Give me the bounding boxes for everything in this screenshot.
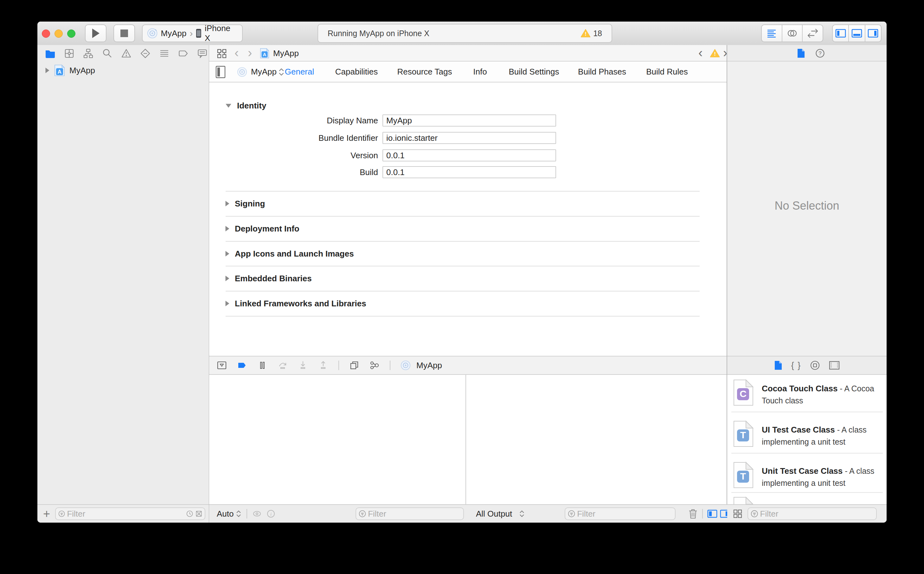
warning-icon[interactable]: ! [580, 29, 591, 38]
view-debugger-icon[interactable] [349, 360, 359, 371]
zoom-window-button[interactable] [67, 30, 75, 38]
debug-breadcrumb[interactable]: MyApp [416, 361, 442, 371]
issue-navigator-icon[interactable] [121, 48, 132, 59]
app-icons-section-header[interactable]: App Icons and Launch Images [225, 248, 354, 259]
info-icon[interactable]: i [266, 509, 276, 519]
library-filter-field[interactable] [748, 508, 877, 520]
add-button[interactable]: + [43, 508, 50, 520]
svg-text:T: T [740, 471, 746, 481]
bundle-identifier-field[interactable] [382, 132, 556, 144]
library-item-unit-test-case-class[interactable]: Unit Test Case Class - A class implement… [762, 465, 882, 490]
source-control-status-icon[interactable] [195, 509, 202, 518]
console-filter-input[interactable] [575, 509, 673, 519]
variables-filter-input[interactable] [366, 509, 461, 519]
source-control-navigator-icon[interactable] [64, 48, 74, 59]
scheme-selector[interactable]: MyApp › iPhone X [142, 24, 243, 42]
breakpoint-navigator-icon[interactable] [178, 48, 189, 59]
linked-frameworks-section-header[interactable]: Linked Frameworks and Libraries [225, 298, 366, 309]
code-snippet-library-icon[interactable]: { } [791, 361, 801, 371]
disclosure-triangle[interactable] [226, 251, 229, 257]
minimize-window-button[interactable] [55, 30, 63, 38]
debug-navigator-icon[interactable] [159, 48, 170, 59]
tab-build-rules[interactable]: Build Rules [646, 62, 688, 82]
recent-files-clock-icon[interactable] [186, 509, 193, 518]
variables-filter-field[interactable] [355, 508, 464, 520]
display-name-field[interactable] [382, 115, 556, 126]
deployment-info-section-header[interactable]: Deployment Info [225, 223, 299, 234]
symbol-navigator-icon[interactable] [83, 48, 93, 59]
project-navigator-icon[interactable] [45, 48, 55, 59]
jumpbar-back-button[interactable]: ‹ [234, 45, 239, 62]
variables-scope-stepper-icon[interactable] [236, 510, 242, 517]
hide-debug-area-icon[interactable] [217, 360, 227, 371]
disclosure-triangle[interactable] [226, 276, 229, 281]
console-scope-selector[interactable]: All Output [476, 509, 512, 519]
standard-editor-button[interactable] [762, 25, 783, 41]
show-values-eye-icon[interactable] [252, 509, 262, 519]
variables-console-divider[interactable] [465, 375, 466, 504]
tab-general[interactable]: General [285, 62, 314, 82]
build-field[interactable] [382, 166, 556, 178]
step-out-icon[interactable] [318, 360, 328, 371]
memory-graph-icon[interactable] [369, 360, 380, 371]
breakpoints-toggle-icon[interactable] [237, 360, 247, 371]
tab-resource-tags[interactable]: Resource Tags [398, 62, 452, 82]
test-navigator-icon[interactable] [140, 48, 151, 59]
close-window-button[interactable] [42, 30, 50, 38]
tab-build-settings[interactable]: Build Settings [509, 62, 559, 82]
related-items-icon[interactable] [217, 49, 227, 59]
disclosure-triangle[interactable] [46, 68, 49, 73]
console-filter-field[interactable] [565, 508, 676, 520]
disclosure-triangle-open[interactable] [226, 104, 231, 107]
target-selector-stepper-icon[interactable] [278, 68, 284, 76]
version-field[interactable] [382, 149, 556, 161]
grid-view-toggle-icon[interactable] [733, 509, 742, 519]
step-into-icon[interactable] [298, 360, 308, 371]
assistant-editor-button[interactable] [783, 25, 803, 41]
stop-button[interactable] [113, 24, 135, 42]
file-template-library-icon[interactable] [774, 360, 783, 371]
toggle-navigator-button[interactable] [833, 25, 849, 41]
object-library-icon[interactable] [810, 360, 820, 371]
disclosure-triangle[interactable] [226, 301, 229, 306]
step-over-icon[interactable] [278, 360, 288, 371]
toggle-variables-view-icon[interactable] [707, 509, 717, 519]
quick-help-inspector-icon[interactable]: ? [815, 49, 825, 58]
jumpbar-forward-button[interactable]: › [248, 45, 252, 62]
targets-list-toggle-icon[interactable] [215, 66, 226, 78]
disclosure-triangle[interactable] [226, 201, 229, 207]
identity-section-header[interactable]: Identity [225, 100, 266, 111]
variables-scope-selector[interactable]: Auto [217, 509, 234, 519]
tab-info[interactable]: Info [473, 62, 487, 82]
report-navigator-icon[interactable] [197, 48, 207, 59]
svg-text:C: C [740, 388, 746, 399]
console-scope-stepper-icon[interactable] [519, 510, 525, 517]
search-navigator-icon[interactable] [102, 48, 113, 59]
toggle-debug-area-button[interactable] [849, 25, 865, 41]
navigator-filter-field[interactable] [55, 508, 205, 520]
library-item-cocoa-touch-class[interactable]: Cocoa Touch Class - A Cocoa Touch class [762, 383, 882, 407]
file-inspector-icon[interactable] [797, 48, 805, 58]
pause-execution-icon[interactable] [257, 360, 267, 371]
target-selector[interactable]: MyApp [251, 62, 277, 82]
clear-console-trash-icon[interactable] [688, 508, 698, 519]
version-editor-button[interactable] [803, 25, 823, 41]
media-library-icon[interactable] [829, 361, 840, 370]
signing-section-header[interactable]: Signing [225, 198, 265, 209]
navigator-filter-input[interactable] [65, 509, 186, 519]
disclosure-triangle[interactable] [226, 226, 229, 232]
toggle-inspector-button[interactable] [865, 25, 881, 41]
warning-count[interactable]: 18 [593, 29, 602, 38]
library-item-ui-test-case-class[interactable]: UI Test Case Class - A class implementin… [762, 424, 882, 448]
run-button[interactable] [85, 24, 107, 42]
previous-issue-button[interactable]: ‹ [698, 45, 702, 62]
tab-capabilities[interactable]: Capabilities [335, 62, 378, 82]
jumpbar-current-file[interactable]: MyApp [273, 45, 299, 62]
play-icon [91, 28, 101, 39]
project-navigator-row[interactable]: A MyApp [38, 63, 209, 77]
tab-build-phases[interactable]: Build Phases [578, 62, 626, 82]
library-filter-input[interactable] [758, 509, 874, 519]
jumpbar-warning-icon[interactable]: ! [710, 49, 720, 58]
embedded-binaries-section-header[interactable]: Embedded Binaries [225, 273, 312, 284]
scheme-app-name: MyApp [161, 28, 186, 38]
